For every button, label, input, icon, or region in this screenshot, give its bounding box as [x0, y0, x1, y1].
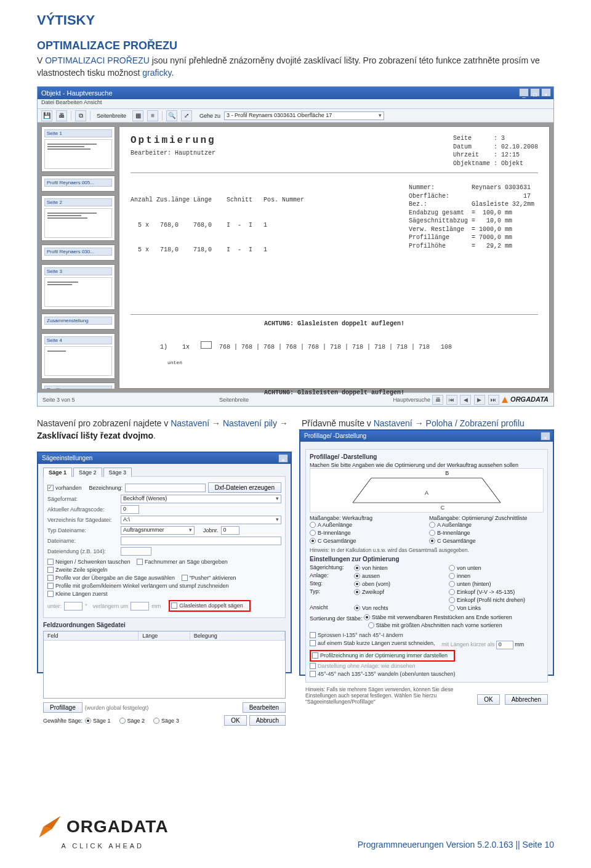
- gehe-zu-select[interactable]: 3 - Profil Reynaers 0303631 Oberfläche 1…: [224, 112, 384, 120]
- radio-b-rechts[interactable]: B-Innenlänge: [429, 530, 470, 536]
- group-feldzuordnungen: Feldzuordnungen Sägedatei: [43, 622, 286, 628]
- radio-einkopf-1[interactable]: Einkopf (V-V -> 45-135): [449, 589, 537, 595]
- chk-darstellung-ohne[interactable]: Darstellung ohne Anlage: wie dünsehen: [310, 663, 416, 669]
- dxf-button[interactable]: Dxf-Dateien erzeugen: [208, 482, 281, 493]
- ok-button[interactable]: OK: [477, 694, 499, 705]
- chk-profile-verlangern[interactable]: Profile mit großem/kleinem Winkel verlän…: [47, 583, 229, 589]
- bezeichnung-input[interactable]: [125, 484, 206, 492]
- chk-zweite-zeile[interactable]: Zweite Zeile spiegeln: [47, 567, 108, 573]
- dialog-profillage: Profillage/ -Darstellung × Profillage/ -…: [299, 429, 554, 676]
- sageformat-select[interactable]: Beckhoff (Wenes): [121, 495, 281, 503]
- maximize-button[interactable]: □: [530, 88, 540, 97]
- dialog-sageeinstellungen: Sägeeinstellungen × Säge 1 Säge 2 Säge 3…: [37, 452, 292, 673]
- preview-page: Optimierung Bearbeiter: Hauptnutzer Seit…: [119, 126, 550, 389]
- dialog-title: Sägeeinstellungen: [42, 455, 92, 461]
- chk-profile-auswahl[interactable]: Profile vor der Übergabe an die Säge aus…: [47, 575, 175, 581]
- radio-sort-1[interactable]: Stäbe mit verwendbaren Reststücken ans E…: [364, 614, 512, 620]
- auftragscode-input[interactable]: 0: [121, 505, 139, 514]
- logo-arrow-icon: [37, 814, 63, 840]
- radio-unten[interactable]: unten (hinten): [449, 581, 537, 587]
- tab-sage-3[interactable]: Säge 3: [103, 468, 132, 477]
- thumb-block[interactable]: Restlängen: [41, 383, 115, 389]
- save-icon[interactable]: 💾: [41, 110, 52, 121]
- radio-aussen[interactable]: aussen: [354, 573, 443, 579]
- chk-fachnummer[interactable]: Fachnummer an Säge übergeben: [137, 559, 228, 565]
- radio-von-unten[interactable]: von unten: [449, 565, 537, 571]
- print-icon[interactable]: 🖶: [56, 110, 67, 121]
- achtung-1: ACHTUNG: Glasleisten doppelt auflegen!: [131, 320, 538, 328]
- radio-sage-3[interactable]: Säge 3: [153, 718, 179, 724]
- radio-von-rechts[interactable]: Von rechts: [354, 605, 443, 611]
- tab-sage-2[interactable]: Säge 2: [73, 468, 102, 477]
- chk-neigen[interactable]: Neigen / Schwenken tauschen: [47, 559, 131, 565]
- zoom-icon[interactable]: ⤢: [181, 110, 192, 121]
- chk-sprossen[interactable]: Sprossen I-135° nach 45°-I ändern: [310, 632, 403, 638]
- tab-sage-1[interactable]: Säge 1: [43, 468, 72, 477]
- grid-icon[interactable]: ▦: [132, 110, 143, 121]
- chk-glasleisten-doppelt[interactable]: Glasleisten doppelt sägen: [171, 602, 243, 609]
- thumb-block[interactable]: Seite 1: [41, 126, 115, 172]
- svg-line-3: [482, 478, 501, 503]
- list-icon[interactable]: ≡: [147, 110, 158, 121]
- radio-von-links[interactable]: Von Links: [449, 605, 537, 611]
- chk-kleine-langen[interactable]: Kleine Längen zuerst: [47, 591, 108, 597]
- feld-list[interactable]: FeldLängeBelegung: [43, 631, 286, 699]
- radio-von-hinten[interactable]: von hinten: [354, 565, 443, 571]
- abbruch-button[interactable]: Abbruch: [249, 715, 286, 726]
- radio-sage-2[interactable]: Säge 2: [119, 718, 145, 724]
- footer-page-text: Programmneuerungen Version 5.2.0.163 || …: [358, 840, 554, 850]
- profillage-button[interactable]: Profillage: [43, 702, 82, 713]
- sage-tabs: Säge 1 Säge 2 Säge 3: [43, 468, 286, 477]
- page-heading-vytisky: VÝTISKY: [37, 12, 554, 28]
- abbrechen-button[interactable]: Abbrechen: [505, 694, 548, 705]
- thumb-block[interactable]: Seite 2: [41, 195, 115, 241]
- minimize-button[interactable]: _: [519, 88, 529, 97]
- verzeichnis-select[interactable]: A:\: [121, 516, 281, 524]
- instruction-left: Nastavení pro zobrazení najdete v Nastav…: [37, 418, 289, 442]
- radio-oben[interactable]: oben (vorn): [354, 581, 443, 587]
- dateiendung-input[interactable]: [121, 547, 151, 556]
- radio-c-rechts[interactable]: C Gesamtlänge: [429, 538, 476, 544]
- svg-marker-5: [44, 816, 61, 829]
- gehe-zu-label: Gehe zu: [199, 113, 220, 119]
- achtung-2: ACHTUNG: Glasleisten doppelt auflegen!: [131, 389, 538, 397]
- close-button[interactable]: ×: [541, 88, 551, 97]
- radio-sage-1[interactable]: Säge 1: [85, 718, 111, 724]
- thumbnail-panel[interactable]: Seite 1 Profil Reynaers 005... Seite 2 P…: [41, 126, 115, 389]
- status-page: Seite 3 von 5: [42, 397, 75, 403]
- profile-diagram: A B C: [310, 468, 544, 513]
- chk-45-135[interactable]: 45°-45° nach 135°-135° wandeln (oben/unt…: [310, 671, 456, 677]
- radio-sort-2[interactable]: Stäbe mit größten Abschnitten nach vorne…: [368, 622, 502, 628]
- radio-einkopf-2[interactable]: Einkopf (Profil nicht drehen): [449, 597, 537, 603]
- radio-a-rechts[interactable]: A Außenlänge: [429, 522, 472, 528]
- thumb-block[interactable]: Seite 3: [41, 264, 115, 310]
- bearbeiten-button[interactable]: Bearbeiten: [243, 702, 286, 713]
- close-icon[interactable]: ×: [541, 432, 550, 440]
- dateiname-input[interactable]: [121, 537, 281, 545]
- chk-stab-kurze[interactable]: auf einem Stab kurze Längen zuerst schne…: [310, 640, 435, 646]
- chk-vorhanden[interactable]: vorhanden: [47, 485, 82, 491]
- page-footer: ORGADATA A CLICK AHEAD Programmneuerunge…: [37, 814, 554, 850]
- toolbar-seitenbreite[interactable]: Seitenbreite: [94, 113, 129, 119]
- highlight-glasleisten-doppelt: Glasleisten doppelt sägen: [169, 600, 251, 612]
- radio-a-links[interactable]: A Außenlänge: [310, 522, 352, 528]
- chk-profilzeichnung-immer[interactable]: Profilzeichnung in der Optimierung immer…: [312, 652, 448, 659]
- radio-c-links[interactable]: C Gesamtlänge: [310, 538, 356, 544]
- thumb-block[interactable]: Zusammenstellung: [41, 314, 115, 330]
- radio-zweikopf[interactable]: Zweikopf: [354, 589, 443, 595]
- thumb-block[interactable]: Profil Reynaers 030...: [41, 245, 115, 261]
- radio-innen[interactable]: innen: [449, 573, 537, 579]
- thumb-block[interactable]: Profil Reynaers 005...: [41, 176, 115, 192]
- close-icon[interactable]: ×: [278, 454, 288, 463]
- typ-dateiname-select[interactable]: Auftragsnummer: [121, 526, 195, 535]
- copy-icon[interactable]: ⧉: [75, 110, 86, 121]
- dialog-title-bar: Profillage/ -Darstellung ×: [300, 431, 553, 442]
- preview-header-right: Seite : 3 Datum : 02.10.2008 Uhrzeit : 1…: [453, 134, 538, 168]
- ok-button[interactable]: OK: [224, 715, 246, 726]
- thumb-block[interactable]: Seite 4: [41, 333, 115, 379]
- jobnr-input[interactable]: 0: [221, 526, 239, 535]
- menu-bar[interactable]: Datei Bearbeiten Ansicht: [38, 99, 553, 109]
- radio-b-links[interactable]: B-Innenlänge: [310, 530, 351, 536]
- search-icon[interactable]: 🔍: [166, 110, 177, 121]
- chk-pusher[interactable]: "Pusher" aktivieren: [182, 575, 236, 581]
